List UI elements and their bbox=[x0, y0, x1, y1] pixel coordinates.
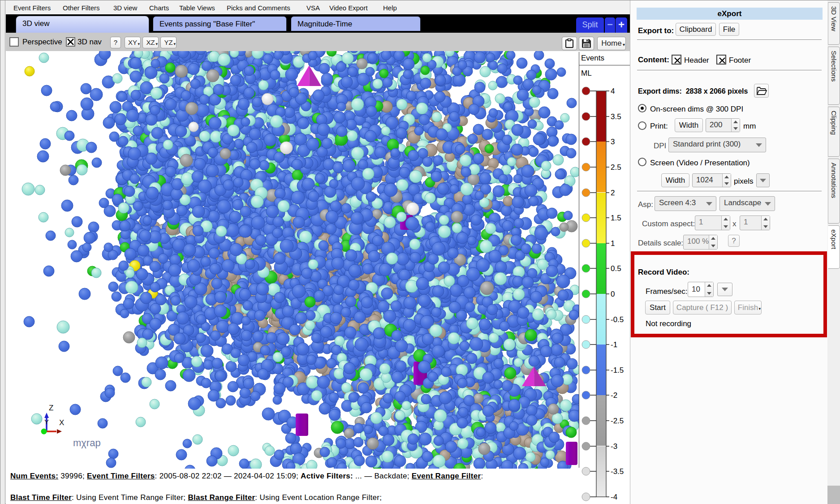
svg-text:X: X bbox=[59, 418, 64, 427]
svg-text:-1: -1 bbox=[611, 340, 617, 349]
svg-text:1.5: 1.5 bbox=[611, 214, 621, 222]
svg-text:0: 0 bbox=[611, 290, 615, 298]
svg-text:-0.5: -0.5 bbox=[611, 315, 624, 324]
svg-text:-3.5: -3.5 bbox=[611, 467, 624, 476]
svg-text:2: 2 bbox=[611, 189, 615, 197]
svg-text:-2.5: -2.5 bbox=[611, 417, 624, 425]
svg-text:2.5: 2.5 bbox=[611, 163, 621, 172]
svg-text:3: 3 bbox=[611, 138, 615, 146]
svg-text:Z: Z bbox=[49, 404, 53, 412]
svg-text:4: 4 bbox=[611, 87, 615, 95]
svg-text:3.5: 3.5 bbox=[611, 112, 621, 121]
svg-text:Y: Y bbox=[44, 418, 49, 426]
svg-text:-4: -4 bbox=[611, 493, 617, 501]
svg-text:1: 1 bbox=[611, 239, 615, 248]
svg-text:-1.5: -1.5 bbox=[611, 366, 624, 375]
svg-text:-2: -2 bbox=[611, 391, 617, 400]
svg-text:-3: -3 bbox=[611, 442, 617, 451]
svg-text:0.5: 0.5 bbox=[611, 264, 621, 273]
